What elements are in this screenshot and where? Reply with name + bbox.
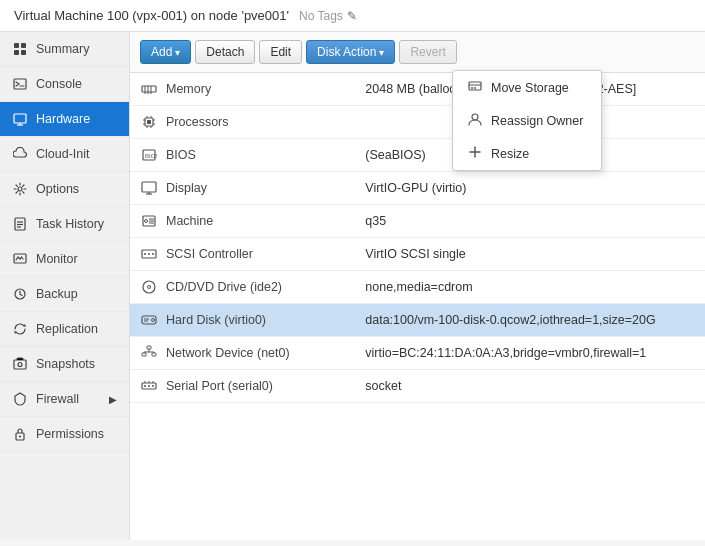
hw-label-cell: Serial Port (serial0) (130, 370, 330, 402)
hw-label: Memory (166, 82, 211, 96)
table-row[interactable]: Network Device (net0) virtio=BC:24:11:DA… (130, 337, 705, 370)
task-history-icon (12, 216, 28, 232)
add-button[interactable]: Add ▾ (140, 40, 191, 64)
dropdown-item-resize[interactable]: Resize (453, 137, 601, 170)
snapshots-icon (12, 356, 28, 372)
svg-rect-65 (142, 353, 146, 356)
svg-point-73 (144, 385, 146, 387)
svg-point-58 (143, 281, 155, 293)
table-row[interactable]: Processors (130, 106, 705, 139)
cd-icon (140, 278, 158, 296)
hw-label-cell: Machine (130, 205, 330, 237)
sidebar-item-summary[interactable]: Summary (0, 32, 129, 67)
vm-title: Virtual Machine 100 (vpx-001) on node 'p… (14, 8, 289, 23)
sidebar: Summary Console Hardware Cloud-Init Opti… (0, 32, 130, 540)
sidebar-item-monitor[interactable]: Monitor (0, 242, 129, 277)
hw-label-cell: BIOS BIOS (130, 139, 330, 171)
hw-value-cell: VirtIO SCSI single (355, 238, 705, 271)
hw-label: Machine (166, 214, 213, 228)
sidebar-label: Replication (36, 322, 98, 336)
replication-icon (12, 321, 28, 337)
options-icon (12, 181, 28, 197)
svg-rect-0 (14, 43, 19, 48)
hw-value-cell: socket (355, 370, 705, 403)
svg-rect-3 (21, 50, 26, 55)
sidebar-label: Snapshots (36, 357, 95, 371)
revert-button[interactable]: Revert (399, 40, 456, 64)
svg-point-50 (145, 220, 148, 223)
sidebar-label: Options (36, 182, 79, 196)
hdd-icon (140, 311, 158, 329)
sidebar-item-backup[interactable]: Backup (0, 277, 129, 312)
sidebar-label: Firewall (36, 392, 79, 406)
ram-icon (140, 80, 158, 98)
sidebar-label: Task History (36, 217, 104, 231)
sidebar-item-firewall[interactable]: Firewall ▶ (0, 382, 129, 417)
hw-label: Network Device (net0) (166, 346, 290, 360)
svg-point-24 (472, 114, 478, 120)
disk-action-button[interactable]: Disk Action ▾ (306, 40, 395, 64)
sidebar-item-console[interactable]: Console (0, 67, 129, 102)
hw-label-cell: Memory (130, 73, 330, 105)
console-icon (12, 76, 28, 92)
svg-text:BIOS: BIOS (145, 153, 157, 159)
backup-icon (12, 286, 28, 302)
firewall-icon (12, 391, 28, 407)
svg-point-74 (148, 385, 150, 387)
monitor-icon (140, 179, 158, 197)
move-storage-menu-icon (467, 79, 483, 96)
edit-tags-icon[interactable]: ✎ (347, 9, 357, 23)
svg-point-56 (148, 253, 150, 255)
sidebar-item-task-history[interactable]: Task History (0, 207, 129, 242)
sidebar-item-options[interactable]: Options (0, 172, 129, 207)
table-row[interactable]: Memory 2048 MB (ballooning: 1536 MB) [x8… (130, 73, 705, 106)
svg-rect-64 (147, 346, 151, 349)
table-row[interactable]: Serial Port (serial0) socket (130, 370, 705, 403)
sidebar-item-replication[interactable]: Replication (0, 312, 129, 347)
hardware-table: Memory 2048 MB (ballooning: 1536 MB) [x8… (130, 73, 705, 403)
hw-label-cell: Network Device (net0) (130, 337, 330, 369)
table-row[interactable]: SCSI Controller VirtIO SCSI single (130, 238, 705, 271)
detach-button[interactable]: Detach (195, 40, 255, 64)
dropdown-item-reassign-owner[interactable]: Reassign Owner (453, 104, 601, 137)
table-row[interactable]: BIOS BIOS (SeaBIOS) (130, 139, 705, 172)
sidebar-item-hardware[interactable]: Hardware (0, 102, 129, 137)
sidebar-label: Cloud-Init (36, 147, 90, 161)
cloud-init-icon (12, 146, 28, 162)
sidebar-label: Permissions (36, 427, 104, 441)
svg-rect-16 (14, 360, 26, 369)
sidebar-item-cloud-init[interactable]: Cloud-Init (0, 137, 129, 172)
svg-point-55 (144, 253, 146, 255)
table-row[interactable]: Display VirtIO-GPU (virtio) (130, 172, 705, 205)
menu-item-label: Resize (491, 147, 529, 161)
hw-label: SCSI Controller (166, 247, 253, 261)
svg-rect-66 (152, 353, 156, 356)
hw-value-cell: VirtIO-GPU (virtio) (355, 172, 705, 205)
disk-action-dropdown: Move Storage Reassign Owner Resize (452, 70, 602, 171)
resize-menu-icon (467, 145, 483, 162)
svg-rect-6 (14, 114, 26, 123)
svg-point-59 (148, 286, 151, 289)
hw-label-cell: Hard Disk (virtio0) (130, 304, 330, 336)
table-row[interactable]: CD/DVD Drive (ide2) none,media=cdrom (130, 271, 705, 304)
hw-label: Processors (166, 115, 229, 129)
serial-icon (140, 377, 158, 395)
bios-icon: BIOS (140, 146, 158, 164)
sidebar-item-snapshots[interactable]: Snapshots (0, 347, 129, 382)
hw-label-cell: Display (130, 172, 330, 204)
hw-label: Serial Port (serial0) (166, 379, 273, 393)
table-row[interactable]: Machine q35 (130, 205, 705, 238)
hw-label-cell: SCSI Controller (130, 238, 330, 270)
menu-item-label: Reassign Owner (491, 114, 583, 128)
hw-label-cell: CD/DVD Drive (ide2) (130, 271, 330, 303)
dropdown-item-move-storage[interactable]: Move Storage (453, 71, 601, 104)
permissions-icon (12, 426, 28, 442)
sidebar-label: Console (36, 77, 82, 91)
sidebar-item-permissions[interactable]: Permissions (0, 417, 129, 452)
edit-button[interactable]: Edit (259, 40, 302, 64)
svg-rect-2 (14, 50, 19, 55)
table-row[interactable]: Hard Disk (virtio0) data:100/vm-100-disk… (130, 304, 705, 337)
summary-icon (12, 41, 28, 57)
reassign-owner-menu-icon (467, 112, 483, 129)
sidebar-label: Backup (36, 287, 78, 301)
